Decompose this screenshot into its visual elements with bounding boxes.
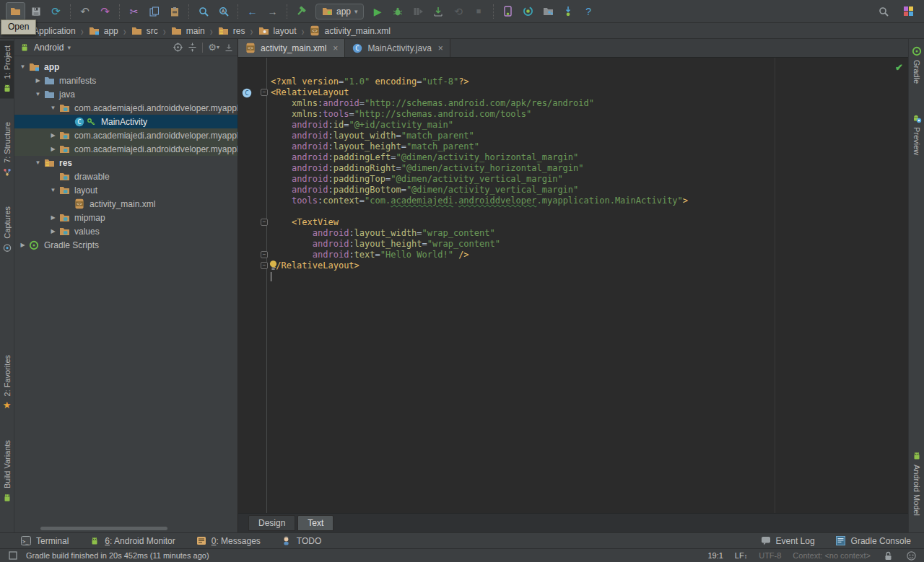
undo-button[interactable]: ↶ (75, 2, 95, 20)
encoding-indicator[interactable]: UTF-8 (759, 551, 781, 560)
collapse-arrow-icon[interactable]: ▶ (48, 146, 58, 152)
breadcrumb-item-layout[interactable]: layout (258, 25, 296, 37)
code-content[interactable]: <?xml version="1.0" encoding="utf-8"?><R… (267, 58, 908, 513)
collapse-arrow-icon[interactable]: ▶ (48, 132, 58, 139)
tool-window-button-event-log[interactable]: Event Log (760, 535, 815, 547)
replace-button[interactable]: A (214, 2, 233, 20)
run-button[interactable]: ▶ (368, 2, 388, 20)
rerun-button[interactable]: ⟲ (449, 2, 468, 20)
project-view-selector[interactable]: Android (34, 43, 64, 53)
tree-item-mainactivity[interactable]: CMainActivity (14, 115, 237, 128)
tool-strip-button-1-project[interactable]: 1: Project (0, 40, 14, 98)
tree-item-mipmap[interactable]: ▶mipmap (14, 211, 237, 224)
tool-strip-button-android-model[interactable]: Android Model (909, 445, 924, 521)
cut-button[interactable]: ✂ (124, 2, 144, 20)
tree-item-com-academiajedi-androiddveloper-myapplication[interactable]: ▶com.academiajedi.androiddveloper.myappl… (14, 142, 237, 156)
run-with-coverage-button[interactable] (409, 2, 428, 20)
tree-item-manifests[interactable]: ▶manifests (14, 74, 237, 87)
inspection-status-icon[interactable]: ✔ (895, 62, 903, 73)
tool-window-button-messages[interactable]: 0: Messages (196, 535, 261, 547)
breadcrumb-item-application[interactable]: Application (33, 26, 76, 36)
stop-button[interactable]: ■ (469, 2, 489, 20)
editor-mode-tab-text[interactable]: Text (297, 515, 334, 531)
forward-button[interactable]: → (263, 2, 282, 20)
run-configuration-select[interactable]: app▾ (315, 4, 364, 19)
chevron-down-icon[interactable]: ▾ (67, 44, 71, 51)
tool-strip-button-captures[interactable]: Captures (0, 201, 14, 258)
open-button[interactable] (6, 2, 25, 20)
target-icon[interactable] (173, 42, 183, 53)
tool-window-button-gradle-console[interactable]: Gradle Console (835, 535, 911, 547)
tree-item-values[interactable]: ▶values (14, 224, 237, 238)
tree-item-drawable[interactable]: drawable (14, 170, 237, 183)
tab-close-icon[interactable]: × (438, 43, 443, 53)
class-gutter-icon[interactable]: C (242, 88, 252, 98)
code-editor[interactable]: C−−−− <?xml version="1.0" encoding="utf-… (238, 58, 908, 513)
status-square-icon[interactable] (7, 550, 19, 561)
tree-item-app[interactable]: ▼app (14, 60, 237, 74)
attach-android-debugger-button[interactable] (559, 2, 578, 20)
find-button[interactable] (193, 2, 213, 20)
tab-close-icon[interactable]: × (333, 43, 338, 53)
breadcrumb-item-main[interactable]: main (171, 25, 205, 37)
editor-tab-mainactivity-java[interactable]: CMainActivity.java× (345, 39, 450, 57)
make-project-button[interactable] (292, 2, 311, 20)
tree-item-activity-main-xml[interactable]: <>activity_main.xml (14, 197, 237, 211)
fold-marker-open[interactable]: − (261, 219, 268, 226)
tool-strip-button-2-favorites[interactable]: ★2: Favorites (0, 350, 14, 416)
context-indicator[interactable]: Context: <no context> (793, 551, 871, 560)
tree-item-com-academiajedi-androiddveloper-myapplication[interactable]: ▼com.academiajedi.androiddveloper.myappl… (14, 101, 237, 115)
collapse-arrow-icon[interactable]: ▶ (17, 242, 28, 248)
expand-arrow-icon[interactable]: ▼ (32, 159, 43, 166)
avd-manager-button[interactable] (498, 2, 518, 20)
tool-strip-button-gradle[interactable]: Gradle (909, 40, 924, 89)
breadcrumb-item-src[interactable]: src (131, 25, 158, 37)
attach-debugger-button[interactable] (429, 2, 448, 20)
tool-window-button-android-monitor[interactable]: 6: Android Monitor (89, 535, 175, 547)
hide-icon[interactable] (225, 42, 233, 53)
tree-item-gradle-scripts[interactable]: ▶Gradle Scripts (14, 238, 237, 252)
help-button[interactable]: ? (579, 2, 598, 20)
tree-item-com-academiajedi-androiddveloper-myapplication[interactable]: ▶com.academiajedi.androiddveloper.myappl… (14, 128, 237, 142)
tool-strip-button-preview[interactable]: Preview (909, 107, 924, 160)
caret-position[interactable]: 19:1 (707, 551, 723, 560)
plugin-button[interactable] (899, 2, 918, 20)
expand-arrow-icon[interactable]: ▼ (48, 187, 58, 193)
editor-mode-tab-design[interactable]: Design (248, 515, 295, 531)
fold-marker-end[interactable]: − (261, 251, 268, 258)
sdk-manager-button[interactable] (539, 2, 558, 20)
breadcrumb-item-app[interactable]: app (89, 25, 118, 37)
collapse-arrow-icon[interactable]: ▶ (32, 77, 43, 84)
tool-strip-button-7-structure[interactable]: 7: Structure (0, 117, 14, 183)
synchronize-button[interactable]: ⟳ (46, 2, 66, 20)
collapse-arrow-icon[interactable]: ▶ (48, 214, 58, 221)
tree-item-res[interactable]: ▼res (14, 156, 237, 170)
search-everywhere-button[interactable] (873, 2, 893, 20)
sync-project-gradle-button[interactable] (518, 2, 538, 20)
back-button[interactable]: ← (243, 2, 262, 20)
horizontal-scrollbar[interactable] (40, 527, 167, 530)
editor-tab-activity-main-xml[interactable]: <>activity_main.xml× (238, 39, 345, 57)
intention-bulb-icon[interactable] (269, 260, 278, 271)
collapse-arrow-icon[interactable]: ▶ (48, 228, 58, 234)
collapse-icon[interactable] (188, 42, 197, 53)
fold-marker-open[interactable]: − (261, 89, 268, 96)
inspector-face-icon[interactable] (905, 550, 917, 561)
tool-window-button-todo[interactable]: TODO (281, 535, 321, 547)
expand-arrow-icon[interactable]: ▼ (32, 91, 43, 97)
expand-arrow-icon[interactable]: ▼ (48, 105, 58, 111)
redo-button[interactable]: ↷ (95, 2, 115, 20)
paste-button[interactable] (165, 2, 184, 20)
save-all-button[interactable] (26, 2, 45, 20)
copy-button[interactable] (144, 2, 164, 20)
tree-item-java[interactable]: ▼java (14, 87, 237, 101)
tool-window-button-terminal[interactable]: >_Terminal (20, 535, 69, 547)
line-separator-indicator[interactable]: LF↕ (735, 551, 747, 560)
fold-marker-end[interactable]: − (261, 262, 268, 269)
debug-button[interactable] (388, 2, 408, 20)
lock-icon[interactable] (882, 550, 894, 561)
expand-arrow-icon[interactable]: ▼ (17, 63, 28, 70)
tool-strip-button-build-variants[interactable]: Build Variants (0, 435, 14, 508)
breadcrumb-item-activity-main-xml[interactable]: <>activity_main.xml (309, 25, 390, 37)
breadcrumb-item-res[interactable]: res (218, 25, 245, 37)
